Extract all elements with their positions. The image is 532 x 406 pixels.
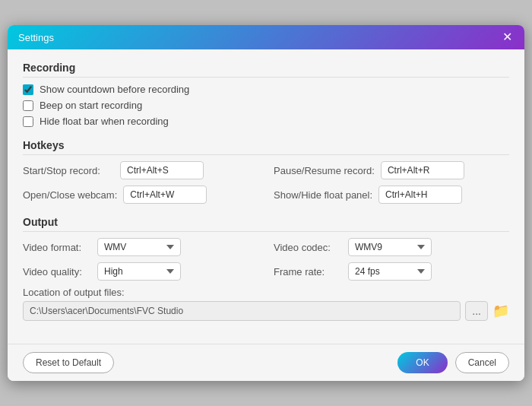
hotkey-row-1: Start/Stop record:: [23, 161, 258, 179]
hotkey-row-2: Pause/Resume record:: [274, 161, 509, 179]
output-row-framerate: Frame rate: 24 fps 30 fps 60 fps: [274, 262, 509, 281]
footer: Reset to Default OK Cancel: [8, 344, 524, 381]
hotkey-input-3[interactable]: [123, 186, 207, 204]
close-button[interactable]: ✕: [501, 31, 514, 43]
frame-rate-label: Frame rate:: [274, 266, 342, 278]
beep-checkbox[interactable]: [23, 100, 33, 111]
video-quality-label: Video quality:: [23, 266, 91, 278]
output-row-quality: Video quality: High Medium Low: [23, 262, 258, 281]
content-area: Recording Show countdown before recordin…: [8, 49, 524, 344]
frame-rate-select[interactable]: 24 fps 30 fps 60 fps: [348, 262, 432, 281]
checkbox-row-2: Beep on start recording: [23, 100, 509, 111]
footer-right: OK Cancel: [397, 352, 509, 373]
cancel-button[interactable]: Cancel: [455, 352, 509, 373]
location-label: Location of output files:: [23, 287, 509, 298]
hotkey-label-3: Open/Close webcam:: [23, 189, 117, 201]
location-row: Location of output files: ... 📁: [23, 287, 509, 321]
folder-button[interactable]: 📁: [492, 303, 509, 319]
hotkey-row-3: Open/Close webcam:: [23, 186, 258, 204]
location-input[interactable]: [23, 301, 461, 321]
hotkey-input-4[interactable]: [378, 186, 462, 204]
output-row-format: Video format: WMV MP4 AVI: [23, 238, 258, 256]
video-codec-select[interactable]: WMV9 H.264: [348, 238, 432, 256]
countdown-checkbox[interactable]: [23, 84, 33, 95]
output-row-codec: Video codec: WMV9 H.264: [274, 238, 509, 256]
checkbox-row-3: Hide float bar when recording: [23, 116, 509, 127]
reset-button[interactable]: Reset to Default: [23, 352, 114, 373]
titlebar: Settings ✕: [8, 25, 524, 49]
location-input-row: ... 📁: [23, 301, 509, 321]
hotkey-input-2[interactable]: [381, 161, 464, 179]
hotkey-label-1: Start/Stop record:: [23, 165, 114, 176]
hotkey-input-1[interactable]: [120, 161, 204, 179]
hotkeys-section-title: Hotkeys: [23, 139, 509, 155]
recording-section: Recording Show countdown before recordin…: [23, 62, 509, 127]
checkbox-row-1: Show countdown before recording: [23, 84, 509, 95]
video-quality-select[interactable]: High Medium Low: [97, 262, 181, 281]
ok-button[interactable]: OK: [397, 352, 447, 373]
hotkey-label-4: Show/Hide float panel:: [274, 189, 372, 201]
output-section: Output Video format: WMV MP4 AVI Video c…: [23, 216, 509, 321]
dialog-title: Settings: [18, 32, 54, 43]
hotkey-label-2: Pause/Resume record:: [274, 165, 375, 176]
output-section-title: Output: [23, 216, 509, 232]
beep-label[interactable]: Beep on start recording: [40, 100, 142, 111]
recording-section-title: Recording: [23, 62, 509, 78]
video-format-select[interactable]: WMV MP4 AVI: [97, 238, 181, 256]
video-codec-label: Video codec:: [274, 242, 342, 253]
settings-dialog: Settings ✕ Recording Show countdown befo…: [8, 25, 524, 381]
hotkeys-section: Hotkeys Start/Stop record: Pause/Resume …: [23, 139, 509, 204]
countdown-label[interactable]: Show countdown before recording: [40, 84, 189, 95]
hotkey-row-4: Show/Hide float panel:: [274, 186, 509, 204]
hide-float-checkbox[interactable]: [23, 116, 33, 127]
output-grid: Video format: WMV MP4 AVI Video codec: W…: [23, 238, 509, 281]
video-format-label: Video format:: [23, 242, 91, 253]
hotkeys-grid: Start/Stop record: Pause/Resume record: …: [23, 161, 509, 204]
hide-float-label[interactable]: Hide float bar when recording: [40, 116, 169, 127]
browse-button[interactable]: ...: [465, 301, 488, 321]
